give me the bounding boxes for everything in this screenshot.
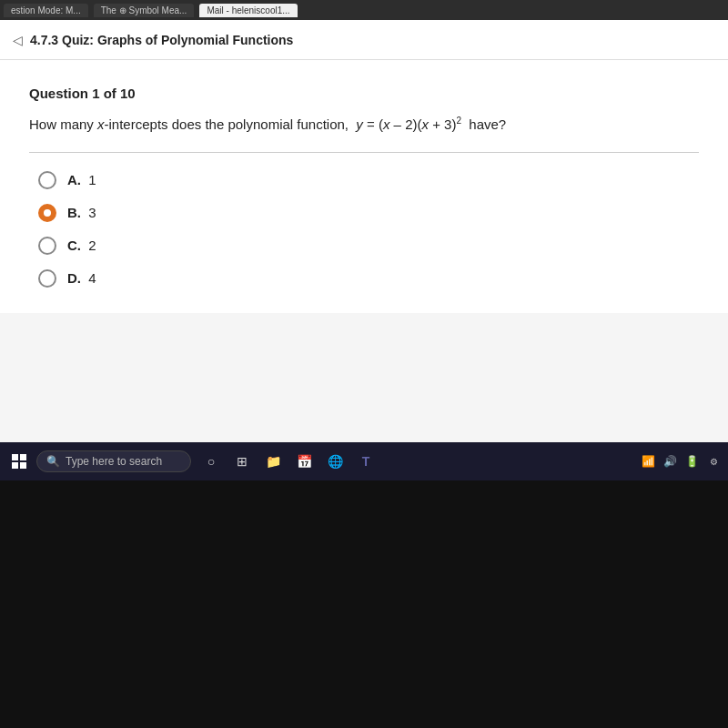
edge-browser-button[interactable]: 🌐: [322, 449, 348, 474]
clock: ⚙: [704, 452, 723, 470]
battery-icon[interactable]: 🔋: [682, 452, 701, 470]
radio-b[interactable]: [38, 204, 56, 222]
network-icon[interactable]: 📶: [639, 452, 657, 470]
radio-a[interactable]: [38, 171, 56, 189]
taskbar-search-box[interactable]: 🔍 Type here to search: [36, 450, 191, 472]
option-b-label: B. 3: [67, 205, 96, 220]
task-view-button[interactable]: ○: [198, 449, 224, 474]
taskbar-quick-icons: ○ ⊞ 📁 📅 🌐 T: [198, 449, 379, 474]
option-b[interactable]: B. 3: [38, 204, 690, 222]
option-d-label: D. 4: [67, 270, 96, 286]
browser-content: ◁ 4.7.3 Quiz: Graphs of Polynomial Funct…: [0, 20, 728, 475]
equation: y = (x – 2)(x + 3)2 have?: [356, 116, 506, 132]
browser-tab-bar: estion Mode: M... The ⊕ Symbol Mea... Ma…: [0, 0, 728, 20]
quiz-title: 4.7.3 Quiz: Graphs of Polynomial Functio…: [30, 33, 293, 47]
system-tray: 📶 🔊 🔋 ⚙: [639, 452, 723, 470]
tab-3[interactable]: Mail - heleniscool1...: [199, 4, 297, 17]
option-d[interactable]: D. 4: [38, 269, 690, 288]
file-explorer-button[interactable]: 📁: [260, 449, 286, 474]
variable-x: x: [97, 116, 105, 132]
back-icon[interactable]: ◁: [13, 33, 23, 47]
dark-background: [0, 480, 728, 728]
search-icon: 🔍: [46, 455, 60, 468]
svg-rect-2: [12, 462, 18, 469]
option-a-label: A. 1: [67, 172, 96, 187]
calendar-button[interactable]: 📅: [291, 449, 317, 474]
tab-1[interactable]: estion Mode: M...: [4, 4, 88, 17]
radio-d[interactable]: [38, 269, 56, 288]
option-c[interactable]: C. 2: [38, 237, 690, 255]
svg-rect-0: [12, 454, 18, 460]
svg-rect-3: [20, 462, 26, 469]
taskbar: 🔍 Type here to search ○ ⊞ 📁 📅 🌐 T 📶 🔊 🔋 …: [0, 442, 728, 480]
quiz-body: Question 1 of 10 How many x-intercepts d…: [0, 60, 728, 313]
question-divider: [29, 152, 699, 153]
question-label: Question 1 of 10: [29, 86, 699, 101]
option-c-label: C. 2: [67, 238, 96, 253]
radio-c[interactable]: [38, 237, 56, 255]
taskbar-search-label: Type here to search: [66, 455, 162, 468]
start-button[interactable]: [5, 448, 33, 475]
widgets-button[interactable]: ⊞: [229, 449, 255, 474]
tab-2[interactable]: The ⊕ Symbol Mea...: [94, 4, 195, 17]
option-a[interactable]: A. 1: [38, 171, 690, 189]
svg-rect-1: [20, 454, 26, 460]
volume-icon[interactable]: 🔊: [661, 452, 679, 470]
teams-button[interactable]: T: [353, 449, 379, 474]
question-text: How many x-intercepts does the polynomia…: [29, 114, 699, 136]
quiz-header: ◁ 4.7.3 Quiz: Graphs of Polynomial Funct…: [0, 20, 728, 60]
options-list: A. 1 B. 3 C. 2 D. 4: [29, 171, 699, 288]
